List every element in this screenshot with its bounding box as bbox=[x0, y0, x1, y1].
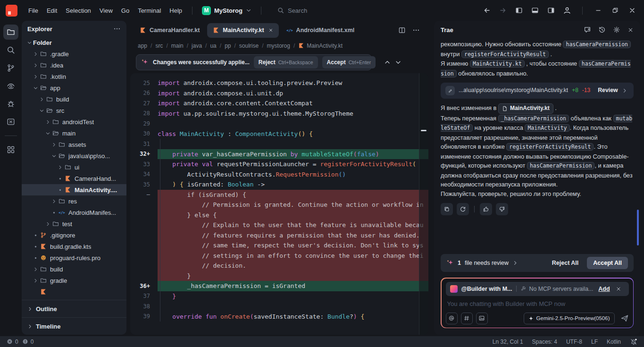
statusbar-utf-8[interactable]: UTF-8 bbox=[566, 339, 582, 345]
menu-go[interactable]: Go bbox=[117, 5, 134, 16]
thumbs-down-button[interactable] bbox=[496, 203, 508, 215]
tree-item-.gradle[interactable]: .gradle bbox=[22, 48, 126, 59]
tree-item-build.gradle.kts[interactable]: build.gradle.kts bbox=[22, 241, 126, 252]
menu-terminal[interactable]: Terminal bbox=[134, 5, 165, 16]
statusbar-ln-32-col-1[interactable]: Ln 32, Col 1 bbox=[493, 339, 523, 345]
overview-ruler[interactable] bbox=[419, 73, 428, 335]
tree-item-proguard-rules.pro[interactable]: proguard-rules.pro bbox=[22, 252, 126, 263]
next-change-button[interactable] bbox=[395, 59, 401, 66]
changed-file-card[interactable]: ...a\ua\pp\soulrise\mystorog\MainActivit… bbox=[441, 83, 634, 99]
activitybar-explorer[interactable] bbox=[3, 25, 18, 40]
tree-item-assets[interactable]: assets bbox=[22, 139, 126, 150]
tree-item-res[interactable]: res bbox=[22, 195, 126, 207]
breadcrumb-item[interactable]: java bbox=[192, 42, 202, 49]
tree-item-.gitignore[interactable]: .gitignore bbox=[22, 229, 126, 241]
minimize-button[interactable] bbox=[591, 4, 605, 17]
activitybar-source-control[interactable] bbox=[3, 60, 18, 76]
menu-file[interactable]: File bbox=[24, 5, 42, 16]
breadcrumb-item[interactable]: src bbox=[155, 42, 163, 49]
agent-name[interactable]: @Builder with M... bbox=[461, 286, 512, 292]
tree-item-gradle[interactable]: gradle bbox=[22, 275, 126, 286]
thumbs-up-button[interactable] bbox=[480, 203, 492, 215]
model-selector[interactable]: Gemini-2.5-Pro-Preview(0506) bbox=[524, 313, 615, 324]
reject-all-button[interactable]: Reject All bbox=[547, 257, 584, 269]
activitybar-preview[interactable] bbox=[3, 78, 18, 93]
close-window-button[interactable] bbox=[625, 4, 639, 17]
activitybar-search[interactable] bbox=[3, 42, 18, 58]
activitybar-extensions[interactable] bbox=[3, 142, 18, 157]
code-editor[interactable]: 25import androidx.compose.ui.tooling.pre… bbox=[130, 73, 428, 335]
tree-item-.kotlin[interactable]: .kotlin bbox=[22, 71, 126, 82]
menu-selection[interactable]: Selection bbox=[61, 5, 95, 16]
tab-androidmanifest-xml[interactable]: </>AndroidManifest.xml bbox=[281, 23, 360, 38]
tree-item-app[interactable]: app bbox=[22, 82, 126, 93]
activitybar-terminal[interactable] bbox=[3, 114, 18, 129]
toggle-right-panel-button[interactable] bbox=[544, 4, 558, 17]
breadcrumb-item[interactable]: pp bbox=[225, 42, 231, 49]
global-search[interactable]: Search bbox=[277, 7, 367, 14]
tree-item-java-ua-pp-so...[interactable]: java\ua\pp\so... bbox=[22, 150, 126, 161]
breadcrumb-file[interactable]: MainActivity.kt bbox=[298, 42, 343, 49]
tree-item-.idea[interactable]: .idea bbox=[22, 59, 126, 71]
tab-mainactivity-kt[interactable]: MainActivity.kt bbox=[207, 23, 278, 38]
account-button[interactable] bbox=[560, 4, 574, 17]
menu-view[interactable]: View bbox=[95, 5, 117, 16]
breadcrumb-item[interactable]: soulrise bbox=[239, 42, 259, 49]
context-button[interactable] bbox=[461, 313, 473, 324]
close-tab-icon[interactable] bbox=[268, 28, 273, 33]
tree-item-androidmanifes...[interactable]: </>AndroidManifes... bbox=[22, 207, 126, 218]
breadcrumb-item[interactable]: mystorog bbox=[267, 42, 290, 49]
copy-button[interactable] bbox=[441, 203, 453, 215]
file-link[interactable]: MainActivity.kt bbox=[498, 103, 553, 114]
reject-button[interactable]: Reject Ctrl+Backspace bbox=[254, 56, 318, 68]
more-actions-icon[interactable] bbox=[412, 26, 420, 34]
breadcrumb-item[interactable]: app bbox=[138, 42, 147, 49]
tab-camerahandler-kt[interactable]: CameraHandler.kt bbox=[134, 23, 205, 38]
toggle-bottom-panel-button[interactable] bbox=[528, 4, 542, 17]
history-icon[interactable] bbox=[598, 26, 606, 34]
nav-forward-button[interactable] bbox=[496, 4, 510, 17]
menu-help[interactable]: Help bbox=[165, 5, 186, 16]
tree-item-src[interactable]: src bbox=[22, 105, 126, 116]
more-actions-icon[interactable] bbox=[113, 25, 121, 33]
notifications-muted-icon[interactable] bbox=[630, 338, 637, 346]
section-timeline[interactable]: Timeline bbox=[22, 317, 126, 335]
split-editor-icon[interactable] bbox=[398, 26, 406, 34]
section-outline[interactable]: Outline bbox=[22, 300, 126, 317]
attach-image-button[interactable] bbox=[476, 313, 488, 324]
close-panel-icon[interactable] bbox=[627, 27, 634, 33]
prev-change-button[interactable] bbox=[384, 59, 391, 66]
statusbar-kotlin[interactable]: Kotlin bbox=[607, 339, 621, 345]
chat-input[interactable]: @Builder with M... No MCP servers availa… bbox=[442, 279, 633, 328]
tree-item-clipped[interactable] bbox=[22, 286, 126, 297]
chat-scrollbar[interactable] bbox=[637, 210, 639, 245]
tree-item-build[interactable]: build bbox=[22, 93, 126, 105]
accept-all-button[interactable]: Accept All bbox=[587, 257, 628, 269]
add-mcp-link[interactable]: Add bbox=[598, 286, 610, 292]
chevron-right-icon[interactable] bbox=[512, 260, 518, 266]
tree-item-main[interactable]: main bbox=[22, 127, 126, 139]
menu-edit[interactable]: Edit bbox=[42, 5, 61, 16]
new-chat-icon[interactable] bbox=[584, 26, 591, 34]
mention-button[interactable] bbox=[446, 313, 458, 324]
gear-icon[interactable] bbox=[613, 26, 620, 34]
tree-item-camerahand...[interactable]: CameraHand... bbox=[22, 173, 126, 184]
breadcrumb-item[interactable]: ua bbox=[210, 42, 216, 49]
statusbar-spaces-4[interactable]: Spaces: 4 bbox=[532, 339, 557, 345]
send-icon[interactable] bbox=[620, 314, 629, 322]
tree-item-test[interactable]: test bbox=[22, 218, 126, 229]
close-icon[interactable] bbox=[616, 286, 621, 292]
project-switcher[interactable]: M MyStorog bbox=[198, 4, 255, 17]
tree-item-folder[interactable]: Folder bbox=[22, 37, 126, 48]
review-link[interactable]: Review bbox=[598, 86, 618, 95]
tree-item-mainactivity....[interactable]: MainActivity.... bbox=[22, 184, 126, 195]
restore-button[interactable] bbox=[608, 4, 622, 17]
tree-item-build[interactable]: build bbox=[22, 263, 126, 275]
nav-back-button[interactable] bbox=[480, 4, 493, 17]
activitybar-debug[interactable] bbox=[3, 96, 18, 111]
tree-item-ui[interactable]: ui bbox=[22, 161, 126, 173]
toggle-left-panel-button[interactable] bbox=[512, 4, 526, 17]
breadcrumb-item[interactable]: main bbox=[171, 42, 184, 49]
accept-button[interactable]: Accept Ctrl+Enter bbox=[322, 56, 376, 68]
statusbar-lf[interactable]: LF bbox=[591, 339, 598, 345]
